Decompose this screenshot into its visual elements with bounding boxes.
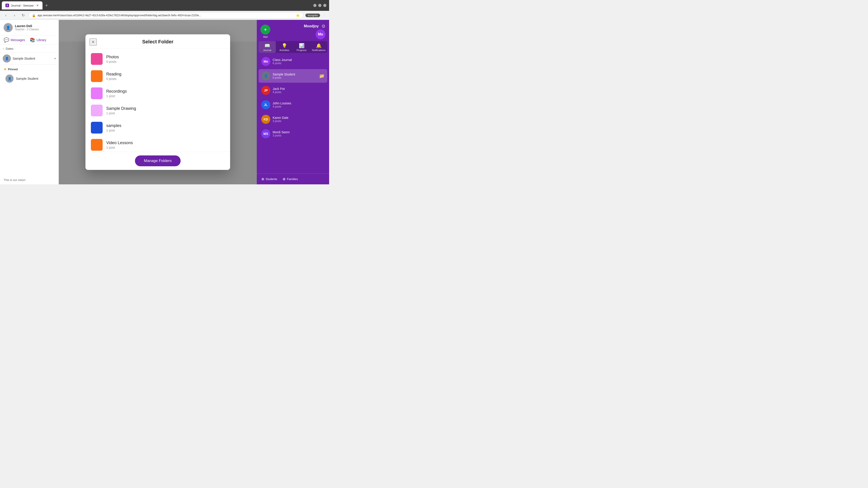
- folder-item-recordings[interactable]: Recordings 1 post: [86, 85, 230, 102]
- families-button[interactable]: ⊕ Families: [281, 176, 300, 182]
- right-nav-activities[interactable]: 💡 Activities: [276, 41, 293, 53]
- right-nav-progress[interactable]: 📊 Progress: [293, 41, 310, 53]
- john-louises-posts: 4 posts: [273, 105, 324, 108]
- folder-color-recordings: [91, 88, 103, 99]
- jack-pot-name: Jack Pot: [273, 87, 324, 91]
- karen-dale-item[interactable]: KD Karen Dale 3 posts: [258, 112, 327, 126]
- top-nav-items: 💬 Messages 📚 Library: [0, 35, 59, 45]
- menu-button[interactable]: ⋮: [322, 13, 327, 18]
- teacher-name: Lauren Deli: [15, 24, 55, 28]
- settings-icon[interactable]: ⚙: [321, 24, 326, 29]
- student-avatar-icon: 👤: [3, 55, 11, 63]
- folder-color-samples: [91, 122, 103, 133]
- jack-pot-item[interactable]: JP Jack Pot 4 posts: [258, 84, 327, 97]
- minimize-button[interactable]: [313, 4, 316, 7]
- right-nav-notifications[interactable]: 🔔 Notifications: [310, 41, 327, 53]
- activities-icon: 💡: [282, 43, 287, 48]
- pinned-label: ★ Pinned: [4, 67, 55, 71]
- mo-header-row: Moodjoy ⚙: [304, 24, 326, 29]
- messages-nav[interactable]: 💬 Messages: [4, 37, 25, 43]
- modal-header: × Select Folder: [86, 34, 230, 48]
- notifications-icon: 🔔: [316, 43, 322, 48]
- karen-dale-info: Karen Dale 3 posts: [273, 116, 324, 123]
- dates-label: Dates: [6, 47, 13, 51]
- folder-color-video-lessons: [91, 139, 103, 151]
- folder-name-samples: samples: [106, 123, 225, 128]
- pinned-student-item[interactable]: 👤 Sample Student: [4, 73, 55, 85]
- tab-title: Journal - Seesaw: [11, 4, 34, 7]
- app-container: 👤 Lauren Deli Teacher - 2 Classes 💬 Mess…: [0, 20, 329, 184]
- folder-count-recordings: 1 post: [106, 94, 225, 98]
- folder-color-sample-drawing: [91, 105, 103, 116]
- folder-item-photos[interactable]: Photos 0 posts: [86, 51, 230, 68]
- folder-info-photos: Photos 0 posts: [106, 55, 225, 64]
- folder-count-photos: 0 posts: [106, 60, 225, 64]
- sample-student-avatar: 👤: [261, 71, 270, 80]
- add-button[interactable]: +: [260, 25, 270, 35]
- right-nav-journal[interactable]: 📖 Journal: [258, 41, 276, 53]
- karen-dale-posts: 3 posts: [273, 120, 324, 123]
- folder-name-photos: Photos: [106, 55, 225, 59]
- select-folder-modal: × Select Folder Photos 0 posts Reading: [86, 34, 230, 170]
- back-button[interactable]: ‹: [3, 12, 9, 19]
- mordi-seem-item[interactable]: MS Mordi Seem 3 posts: [258, 127, 327, 140]
- folder-info-reading: Reading 0 posts: [106, 72, 225, 80]
- progress-icon: 📊: [299, 43, 305, 48]
- families-icon: ⊕: [283, 177, 285, 181]
- john-louises-avatar: JL: [261, 100, 270, 109]
- progress-label: Progress: [297, 49, 307, 52]
- user-section-right: Moodjoy ⚙ Mo: [273, 24, 326, 39]
- folder-item-samples[interactable]: samples 1 post: [86, 119, 230, 136]
- students-button[interactable]: ⊕ Students: [259, 176, 279, 182]
- tab-close-button[interactable]: ✕: [36, 4, 39, 7]
- folder-item-reading[interactable]: Reading 0 posts: [86, 68, 230, 85]
- john-louises-info: John Louises 4 posts: [273, 101, 324, 108]
- reload-button[interactable]: ↻: [20, 12, 26, 19]
- sub-nav-back[interactable]: ‹: [3, 46, 4, 51]
- journal-icon: 📖: [265, 43, 270, 48]
- students-icon: ⊕: [261, 177, 264, 181]
- modal-body[interactable]: Photos 0 posts Reading 0 posts R: [86, 48, 230, 152]
- mordi-seem-info: Mordi Seem 3 posts: [273, 130, 324, 137]
- new-tab-button[interactable]: +: [43, 3, 50, 8]
- student-selector[interactable]: 👤 Sample Student ▾: [0, 53, 59, 65]
- pinned-section: ★ Pinned 👤 Sample Student: [0, 65, 59, 86]
- library-label: Library: [37, 38, 46, 42]
- address-bar-row: ‹ › ↻ 🔒 app.seesaw.me/#/class/class.e01b…: [0, 11, 329, 20]
- folder-info-recordings: Recordings 1 post: [106, 89, 225, 98]
- add-section: + Add: [260, 25, 270, 38]
- mordi-seem-posts: 3 posts: [273, 134, 324, 137]
- folder-name-video-lessons: Video Lessons: [106, 140, 225, 145]
- tab-bar: S Journal - Seesaw ✕ +: [2, 1, 311, 9]
- sample-avatar-icon: 👤: [264, 74, 268, 78]
- student-list: Mo Class Journal 6 posts 👤 Sample Studen…: [257, 55, 329, 173]
- address-bar[interactable]: 🔒 app.seesaw.me/#/class/class.e01bf4c2-9…: [29, 12, 303, 19]
- active-tab[interactable]: S Journal - Seesaw ✕: [2, 1, 42, 9]
- modal-overlay: × Select Folder Photos 0 posts Reading: [59, 20, 257, 184]
- folder-color-reading: [91, 70, 103, 82]
- maximize-button[interactable]: [318, 4, 321, 7]
- teacher-role: Teacher - 2 Classes: [15, 28, 55, 31]
- john-louises-item[interactable]: JL John Louises 4 posts: [258, 98, 327, 111]
- add-label: Add: [263, 35, 268, 38]
- modal-close-button[interactable]: ×: [90, 38, 97, 46]
- tab-favicon: S: [5, 4, 9, 7]
- forward-button[interactable]: ›: [11, 12, 18, 19]
- right-header: + Add Moodjoy ⚙ Mo: [257, 20, 329, 41]
- mordi-seem-name: Mordi Seem: [273, 130, 324, 134]
- sample-student-name: Sample Student: [273, 72, 317, 76]
- messages-label: Messages: [11, 38, 25, 42]
- sample-student-item[interactable]: 👤 Sample Student 6 posts 📁: [258, 69, 327, 83]
- close-button[interactable]: [323, 4, 327, 7]
- class-intro-sidebar: This is our class!: [0, 175, 59, 184]
- folder-count-video-lessons: 1 post: [106, 146, 225, 149]
- karen-dale-name: Karen Dale: [273, 116, 324, 120]
- folder-item-video-lessons[interactable]: Video Lessons 1 post: [86, 136, 230, 152]
- library-nav[interactable]: 📚 Library: [30, 37, 46, 43]
- right-sidebar: + Add Moodjoy ⚙ Mo 📖 Journal 💡 Activitie…: [257, 20, 329, 184]
- folder-item-sample-drawing[interactable]: Sample Drawing 1 post: [86, 102, 230, 119]
- manage-folders-button[interactable]: Manage Folders: [135, 156, 181, 166]
- class-name: Moodjoy: [304, 24, 319, 28]
- class-journal-item[interactable]: Mo Class Journal 6 posts: [258, 55, 327, 68]
- sidebar-spacer: [0, 86, 59, 175]
